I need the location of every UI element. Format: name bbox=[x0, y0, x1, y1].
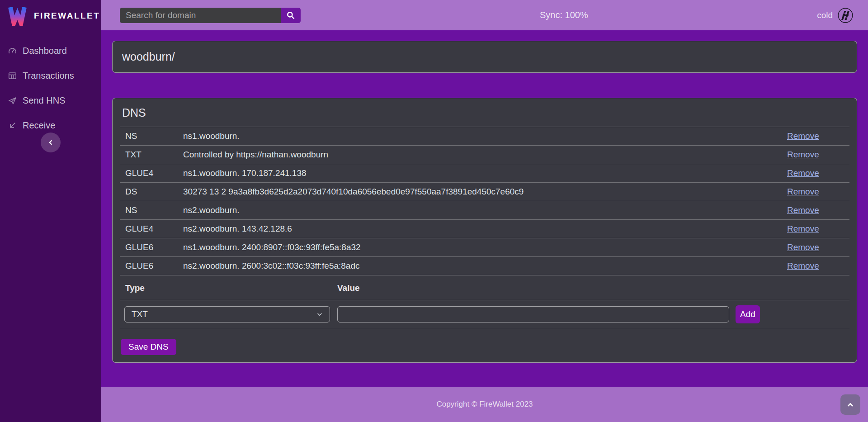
send-icon bbox=[8, 96, 17, 105]
record-type: TXT bbox=[120, 146, 178, 164]
record-value: ns2.woodburn. 143.42.128.6 bbox=[178, 220, 782, 238]
table-row: GLUE4 ns2.woodburn. 143.42.128.6 Remove bbox=[120, 220, 849, 238]
record-type-select[interactable]: TXT bbox=[124, 306, 330, 322]
sidebar: FIREWALLET Dashboard Tran bbox=[0, 0, 101, 422]
save-dns-button[interactable]: Save DNS bbox=[121, 339, 176, 355]
sync-status: Sync: 100% bbox=[540, 0, 588, 30]
remove-link[interactable]: Remove bbox=[787, 261, 819, 270]
remove-link[interactable]: Remove bbox=[787, 150, 819, 159]
dns-card: DNS NS ns1.woodburn. Remove TXT Controll… bbox=[112, 98, 857, 363]
chevron-down-icon bbox=[316, 311, 323, 318]
remove-link[interactable]: Remove bbox=[787, 224, 819, 233]
table-icon bbox=[8, 71, 17, 80]
record-type: GLUE4 bbox=[120, 220, 178, 238]
topbar: Sync: 100% cold bbox=[101, 0, 868, 30]
record-value: ns1.woodburn. bbox=[178, 127, 782, 146]
record-value: ns2.woodburn. 2600:3c02::f03c:93ff:fe5a:… bbox=[178, 257, 782, 275]
handshake-logo-icon bbox=[837, 7, 854, 24]
wallet-name: cold bbox=[817, 10, 833, 20]
domain-search bbox=[120, 8, 301, 23]
value-header: Value bbox=[337, 283, 360, 293]
record-type: GLUE4 bbox=[120, 164, 178, 183]
remove-link[interactable]: Remove bbox=[787, 242, 819, 252]
search-button[interactable] bbox=[281, 8, 301, 23]
record-value: ns2.woodburn. bbox=[178, 201, 782, 220]
record-value: ns1.woodburn. 2400:8907::f03c:93ff:fe5a:… bbox=[178, 238, 782, 257]
remove-link[interactable]: Remove bbox=[787, 131, 819, 141]
chevron-up-icon bbox=[847, 401, 854, 408]
main-column: Sync: 100% cold woodburn/ DNS bbox=[101, 0, 868, 422]
sidebar-item-label: Receive bbox=[23, 120, 55, 131]
dns-card-title: DNS bbox=[122, 106, 849, 119]
search-input[interactable] bbox=[120, 8, 281, 23]
add-record-headers: Type Value bbox=[120, 275, 849, 300]
record-type: NS bbox=[120, 127, 178, 146]
record-type: GLUE6 bbox=[120, 257, 178, 275]
table-row: DS 30273 13 2 9a3a8fb3d625d2a2073d740f10… bbox=[120, 183, 849, 201]
footer: Copyright © FireWallet 2023 bbox=[101, 387, 868, 422]
record-type: NS bbox=[120, 201, 178, 220]
record-type: GLUE6 bbox=[120, 238, 178, 257]
sidebar-item-transactions[interactable]: Transactions bbox=[0, 64, 101, 87]
brand-name: FIREWALLET bbox=[34, 11, 100, 21]
record-value: 30273 13 2 9a3a8fb3d625d2a2073d740f10da6… bbox=[178, 183, 782, 201]
record-value-input[interactable] bbox=[337, 306, 729, 322]
remove-link[interactable]: Remove bbox=[787, 187, 819, 196]
dns-records-table: NS ns1.woodburn. Remove TXT Controlled b… bbox=[120, 127, 849, 275]
firewallet-logo-icon bbox=[7, 6, 28, 26]
scroll-to-top-button[interactable] bbox=[840, 394, 860, 415]
brand: FIREWALLET bbox=[0, 0, 101, 30]
selected-type: TXT bbox=[132, 309, 148, 319]
sidebar-item-label: Dashboard bbox=[23, 46, 67, 56]
copyright-text: Copyright © FireWallet 2023 bbox=[436, 400, 533, 409]
search-icon bbox=[286, 11, 295, 20]
sidebar-nav: Dashboard Transactions Send HNS bbox=[0, 39, 101, 137]
domain-title: woodburn/ bbox=[122, 50, 175, 63]
chevron-left-icon bbox=[47, 139, 54, 146]
record-type: DS bbox=[120, 183, 178, 201]
receive-arrow-icon bbox=[8, 121, 17, 130]
speedometer-icon bbox=[8, 47, 17, 55]
type-header: Type bbox=[120, 283, 337, 293]
table-row: GLUE6 ns1.woodburn. 2400:8907::f03c:93ff… bbox=[120, 238, 849, 257]
wallet-selector[interactable]: cold bbox=[817, 0, 854, 30]
content-area: woodburn/ DNS NS ns1.woodburn. Remove TX… bbox=[101, 30, 868, 387]
table-row: NS ns2.woodburn. Remove bbox=[120, 201, 849, 220]
remove-link[interactable]: Remove bbox=[787, 168, 819, 178]
sidebar-item-dashboard[interactable]: Dashboard bbox=[0, 39, 101, 62]
table-row: TXT Controlled by https://nathan.woodbur… bbox=[120, 146, 849, 164]
table-row: GLUE6 ns2.woodburn. 2600:3c02::f03c:93ff… bbox=[120, 257, 849, 275]
add-record-form: TXT Add bbox=[120, 300, 849, 329]
sidebar-item-label: Send HNS bbox=[23, 95, 66, 106]
sidebar-item-send-hns[interactable]: Send HNS bbox=[0, 89, 101, 112]
table-row: NS ns1.woodburn. Remove bbox=[120, 127, 849, 146]
table-row: GLUE4 ns1.woodburn. 170.187.241.138 Remo… bbox=[120, 164, 849, 183]
add-record-button[interactable]: Add bbox=[736, 305, 760, 323]
remove-link[interactable]: Remove bbox=[787, 205, 819, 215]
sidebar-collapse-button[interactable] bbox=[41, 133, 61, 152]
domain-card: woodburn/ bbox=[112, 41, 857, 73]
record-value: ns1.woodburn. 170.187.241.138 bbox=[178, 164, 782, 183]
record-value: Controlled by https://nathan.woodburn bbox=[178, 146, 782, 164]
sidebar-item-label: Transactions bbox=[23, 71, 74, 81]
